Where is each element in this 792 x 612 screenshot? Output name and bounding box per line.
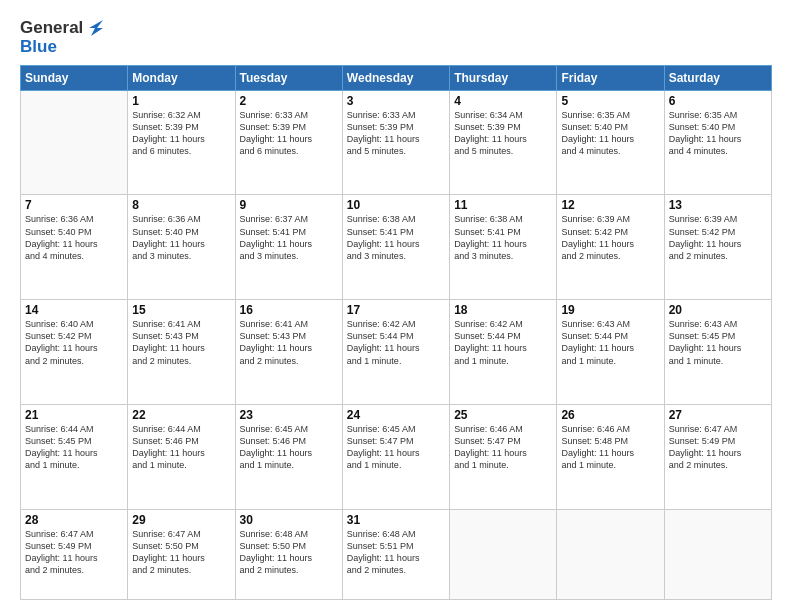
calendar-cell: 26Sunrise: 6:46 AM Sunset: 5:48 PM Dayli…: [557, 404, 664, 509]
day-info: Sunrise: 6:39 AM Sunset: 5:42 PM Dayligh…: [669, 213, 767, 262]
day-info: Sunrise: 6:37 AM Sunset: 5:41 PM Dayligh…: [240, 213, 338, 262]
calendar-cell: 17Sunrise: 6:42 AM Sunset: 5:44 PM Dayli…: [342, 300, 449, 405]
day-number: 30: [240, 513, 338, 527]
day-number: 14: [25, 303, 123, 317]
calendar-cell: 19Sunrise: 6:43 AM Sunset: 5:44 PM Dayli…: [557, 300, 664, 405]
day-info: Sunrise: 6:46 AM Sunset: 5:47 PM Dayligh…: [454, 423, 552, 472]
day-info: Sunrise: 6:36 AM Sunset: 5:40 PM Dayligh…: [132, 213, 230, 262]
calendar-cell: 10Sunrise: 6:38 AM Sunset: 5:41 PM Dayli…: [342, 195, 449, 300]
calendar-cell: 12Sunrise: 6:39 AM Sunset: 5:42 PM Dayli…: [557, 195, 664, 300]
day-info: Sunrise: 6:35 AM Sunset: 5:40 PM Dayligh…: [561, 109, 659, 158]
day-number: 4: [454, 94, 552, 108]
logo-blue: Blue: [20, 38, 107, 57]
day-info: Sunrise: 6:36 AM Sunset: 5:40 PM Dayligh…: [25, 213, 123, 262]
logo: General Blue: [20, 18, 107, 57]
calendar-cell: 7Sunrise: 6:36 AM Sunset: 5:40 PM Daylig…: [21, 195, 128, 300]
day-info: Sunrise: 6:39 AM Sunset: 5:42 PM Dayligh…: [561, 213, 659, 262]
weekday-header-friday: Friday: [557, 65, 664, 90]
day-number: 8: [132, 198, 230, 212]
day-number: 27: [669, 408, 767, 422]
day-info: Sunrise: 6:33 AM Sunset: 5:39 PM Dayligh…: [240, 109, 338, 158]
calendar-cell: 8Sunrise: 6:36 AM Sunset: 5:40 PM Daylig…: [128, 195, 235, 300]
day-number: 24: [347, 408, 445, 422]
day-number: 22: [132, 408, 230, 422]
day-number: 3: [347, 94, 445, 108]
weekday-header-sunday: Sunday: [21, 65, 128, 90]
calendar-cell: 15Sunrise: 6:41 AM Sunset: 5:43 PM Dayli…: [128, 300, 235, 405]
day-info: Sunrise: 6:47 AM Sunset: 5:49 PM Dayligh…: [25, 528, 123, 577]
day-number: 18: [454, 303, 552, 317]
day-info: Sunrise: 6:44 AM Sunset: 5:46 PM Dayligh…: [132, 423, 230, 472]
weekday-header-monday: Monday: [128, 65, 235, 90]
weekday-header-saturday: Saturday: [664, 65, 771, 90]
calendar-cell: 29Sunrise: 6:47 AM Sunset: 5:50 PM Dayli…: [128, 509, 235, 600]
day-number: 21: [25, 408, 123, 422]
calendar-cell: 14Sunrise: 6:40 AM Sunset: 5:42 PM Dayli…: [21, 300, 128, 405]
day-info: Sunrise: 6:38 AM Sunset: 5:41 PM Dayligh…: [454, 213, 552, 262]
calendar-row-4: 28Sunrise: 6:47 AM Sunset: 5:49 PM Dayli…: [21, 509, 772, 600]
calendar-cell: 13Sunrise: 6:39 AM Sunset: 5:42 PM Dayli…: [664, 195, 771, 300]
day-info: Sunrise: 6:32 AM Sunset: 5:39 PM Dayligh…: [132, 109, 230, 158]
day-number: 11: [454, 198, 552, 212]
calendar-row-2: 14Sunrise: 6:40 AM Sunset: 5:42 PM Dayli…: [21, 300, 772, 405]
day-number: 31: [347, 513, 445, 527]
day-number: 19: [561, 303, 659, 317]
calendar-cell: [21, 90, 128, 195]
day-number: 5: [561, 94, 659, 108]
day-number: 23: [240, 408, 338, 422]
calendar-cell: 23Sunrise: 6:45 AM Sunset: 5:46 PM Dayli…: [235, 404, 342, 509]
calendar-cell: 20Sunrise: 6:43 AM Sunset: 5:45 PM Dayli…: [664, 300, 771, 405]
calendar-cell: 21Sunrise: 6:44 AM Sunset: 5:45 PM Dayli…: [21, 404, 128, 509]
weekday-header-thursday: Thursday: [450, 65, 557, 90]
day-number: 6: [669, 94, 767, 108]
day-info: Sunrise: 6:48 AM Sunset: 5:51 PM Dayligh…: [347, 528, 445, 577]
weekday-header-tuesday: Tuesday: [235, 65, 342, 90]
calendar-cell: 1Sunrise: 6:32 AM Sunset: 5:39 PM Daylig…: [128, 90, 235, 195]
header: General Blue: [20, 18, 772, 57]
day-number: 13: [669, 198, 767, 212]
calendar-cell: 16Sunrise: 6:41 AM Sunset: 5:43 PM Dayli…: [235, 300, 342, 405]
calendar-cell: 11Sunrise: 6:38 AM Sunset: 5:41 PM Dayli…: [450, 195, 557, 300]
calendar-cell: 31Sunrise: 6:48 AM Sunset: 5:51 PM Dayli…: [342, 509, 449, 600]
calendar-cell: 24Sunrise: 6:45 AM Sunset: 5:47 PM Dayli…: [342, 404, 449, 509]
day-number: 15: [132, 303, 230, 317]
day-info: Sunrise: 6:40 AM Sunset: 5:42 PM Dayligh…: [25, 318, 123, 367]
day-info: Sunrise: 6:45 AM Sunset: 5:46 PM Dayligh…: [240, 423, 338, 472]
day-number: 16: [240, 303, 338, 317]
day-info: Sunrise: 6:47 AM Sunset: 5:49 PM Dayligh…: [669, 423, 767, 472]
calendar-cell: 4Sunrise: 6:34 AM Sunset: 5:39 PM Daylig…: [450, 90, 557, 195]
day-info: Sunrise: 6:34 AM Sunset: 5:39 PM Dayligh…: [454, 109, 552, 158]
day-info: Sunrise: 6:43 AM Sunset: 5:45 PM Dayligh…: [669, 318, 767, 367]
calendar-cell: [664, 509, 771, 600]
calendar-cell: 28Sunrise: 6:47 AM Sunset: 5:49 PM Dayli…: [21, 509, 128, 600]
day-info: Sunrise: 6:47 AM Sunset: 5:50 PM Dayligh…: [132, 528, 230, 577]
day-number: 7: [25, 198, 123, 212]
day-info: Sunrise: 6:42 AM Sunset: 5:44 PM Dayligh…: [454, 318, 552, 367]
calendar-cell: 18Sunrise: 6:42 AM Sunset: 5:44 PM Dayli…: [450, 300, 557, 405]
weekday-header-row: SundayMondayTuesdayWednesdayThursdayFrid…: [21, 65, 772, 90]
calendar-cell: [450, 509, 557, 600]
day-number: 17: [347, 303, 445, 317]
day-number: 10: [347, 198, 445, 212]
day-number: 20: [669, 303, 767, 317]
day-info: Sunrise: 6:45 AM Sunset: 5:47 PM Dayligh…: [347, 423, 445, 472]
calendar-row-1: 7Sunrise: 6:36 AM Sunset: 5:40 PM Daylig…: [21, 195, 772, 300]
day-info: Sunrise: 6:44 AM Sunset: 5:45 PM Dayligh…: [25, 423, 123, 472]
calendar-cell: 30Sunrise: 6:48 AM Sunset: 5:50 PM Dayli…: [235, 509, 342, 600]
day-number: 26: [561, 408, 659, 422]
day-number: 25: [454, 408, 552, 422]
day-info: Sunrise: 6:46 AM Sunset: 5:48 PM Dayligh…: [561, 423, 659, 472]
weekday-header-wednesday: Wednesday: [342, 65, 449, 90]
calendar-cell: 2Sunrise: 6:33 AM Sunset: 5:39 PM Daylig…: [235, 90, 342, 195]
calendar-cell: 3Sunrise: 6:33 AM Sunset: 5:39 PM Daylig…: [342, 90, 449, 195]
day-number: 28: [25, 513, 123, 527]
day-number: 12: [561, 198, 659, 212]
calendar-cell: [557, 509, 664, 600]
day-info: Sunrise: 6:43 AM Sunset: 5:44 PM Dayligh…: [561, 318, 659, 367]
day-number: 1: [132, 94, 230, 108]
calendar-cell: 27Sunrise: 6:47 AM Sunset: 5:49 PM Dayli…: [664, 404, 771, 509]
calendar-cell: 22Sunrise: 6:44 AM Sunset: 5:46 PM Dayli…: [128, 404, 235, 509]
calendar-cell: 6Sunrise: 6:35 AM Sunset: 5:40 PM Daylig…: [664, 90, 771, 195]
calendar-cell: 9Sunrise: 6:37 AM Sunset: 5:41 PM Daylig…: [235, 195, 342, 300]
day-info: Sunrise: 6:33 AM Sunset: 5:39 PM Dayligh…: [347, 109, 445, 158]
